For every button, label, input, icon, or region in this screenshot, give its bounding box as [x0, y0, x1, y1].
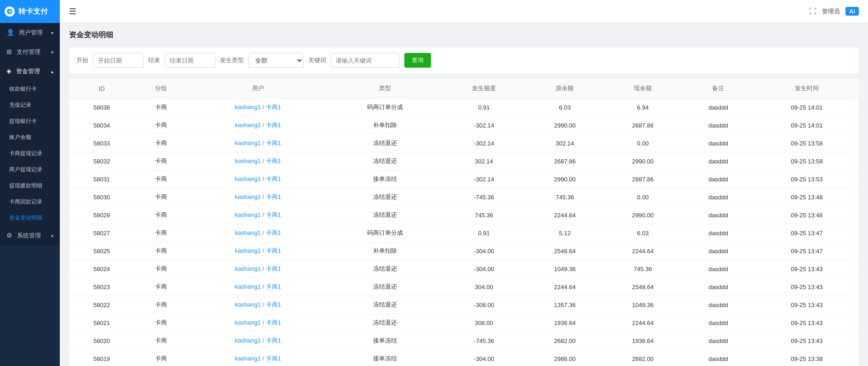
cell-user[interactable]: kashang1 / 卡商1 [188, 260, 328, 278]
cell-user[interactable]: kashang1 / 卡商1 [188, 206, 328, 224]
cell-user[interactable]: kashang1 / 卡商1 [188, 296, 328, 314]
cell-type: 冻结退还 [328, 188, 442, 206]
sidebar-item-merchant-withdraw[interactable]: 卡商提现记录 [0, 145, 60, 162]
content-area: 资金变动明细 开始 结束 发生类型 全部 码商订单分成 补单扣除 冻结退还 接单… [60, 23, 868, 366]
cell-time: 09-25 13:43 [755, 332, 859, 350]
cell-type: 冻结退还 [328, 296, 442, 314]
cell-remark: dasddd [682, 332, 755, 350]
cell-curr-balance: 2548.64 [604, 278, 682, 296]
cell-time: 09-25 13:47 [755, 242, 859, 260]
sidebar-item-recharge[interactable]: 充值记录 [0, 97, 60, 113]
sidebar-item-system-mgmt[interactable]: ⚙ 系统管理 ▾ [0, 226, 60, 245]
table-row: 58024 卡商 kashang1 / 卡商1 冻结退还 -304.00 104… [69, 260, 859, 278]
cell-orig-balance: 1936.64 [526, 314, 604, 332]
sidebar-section-payment: ⊞ 支付管理 ▾ [0, 42, 60, 62]
cell-time: 09-25 13:53 [755, 170, 859, 188]
cell-remark: dasddd [682, 152, 755, 170]
cell-time: 09-25 13:38 [755, 350, 859, 366]
sidebar-item-fund-detail[interactable]: 资金变动明细 [0, 210, 60, 226]
cell-curr-balance: 2682.00 [604, 350, 682, 366]
cell-orig-balance: 1357.36 [526, 296, 604, 314]
cell-remark: dasddd [682, 99, 755, 116]
cell-user[interactable]: kashang1 / 卡商1 [188, 152, 328, 170]
col-remark: 备注 [682, 79, 755, 99]
cell-orig-balance: 745.36 [526, 188, 604, 206]
col-orig-balance: 原余额 [526, 79, 604, 99]
cell-orig-balance: 2244.64 [526, 278, 604, 296]
table-row: 58027 卡商 kashang1 / 卡商1 码商订单分成 0.91 5.12… [69, 224, 859, 242]
ai-badge[interactable]: Ai [845, 7, 859, 16]
cell-time: 09-25 13:58 [755, 152, 859, 170]
payment-icon: ⊞ [6, 48, 12, 55]
hamburger-icon[interactable]: ☰ [69, 6, 76, 17]
cell-remark: dasddd [682, 170, 755, 188]
sidebar-item-user-mgmt[interactable]: 👤 用户管理 ▾ [0, 23, 60, 42]
cell-id: 58024 [69, 260, 134, 278]
type-label: 发生类型 [220, 56, 244, 64]
cell-type: 码商订单分成 [328, 224, 442, 242]
cell-id: 58025 [69, 242, 134, 260]
cell-orig-balance: 2990.00 [526, 170, 604, 188]
sidebar-item-fund-mgmt[interactable]: ◈ 资金管理 ▴ [0, 62, 60, 81]
sidebar-item-payment-mgmt[interactable]: ⊞ 支付管理 ▾ [0, 42, 60, 62]
cell-group: 卡商 [134, 242, 188, 260]
cell-type: 接单冻结 [328, 332, 442, 350]
cell-user[interactable]: kashang1 / 卡商1 [188, 278, 328, 296]
cell-curr-balance: 2244.64 [604, 242, 682, 260]
end-label: 结束 [148, 56, 160, 64]
cell-user[interactable]: kashang1 / 卡商1 [188, 224, 328, 242]
start-date-input[interactable] [93, 53, 144, 68]
app-logo: 卡 转卡支付 [0, 0, 60, 23]
cell-group: 卡商 [134, 116, 188, 134]
fund-icon: ◈ [6, 67, 11, 75]
table-row: 58030 卡商 kashang1 / 卡商1 冻结退还 -745.36 745… [69, 188, 859, 206]
cell-user[interactable]: kashang1 / 卡商1 [188, 170, 328, 188]
cell-remark: dasddd [682, 116, 755, 134]
cell-remark: dasddd [682, 296, 755, 314]
cell-user[interactable]: kashang1 / 卡商1 [188, 332, 328, 350]
col-time: 发生时间 [755, 79, 859, 99]
table-row: 58032 卡商 kashang1 / 卡商1 冻结退还 302.14 2687… [69, 152, 859, 170]
cell-user[interactable]: kashang1 / 卡商1 [188, 188, 328, 206]
type-select[interactable]: 全部 码商订单分成 补单扣除 冻结退还 接单冻结 [248, 53, 304, 68]
cell-user[interactable]: kashang1 / 卡商1 [188, 116, 328, 134]
keyword-label: 关键词 [308, 56, 326, 64]
cell-type: 冻结退还 [328, 260, 442, 278]
cell-type: 补单扣除 [328, 116, 442, 134]
sidebar-section-fund: ◈ 资金管理 ▴ 收款银行卡 充值记录 提现银行卡 账户余额 卡商提现记录 商户… [0, 62, 60, 226]
cell-id: 58030 [69, 188, 134, 206]
keyword-input[interactable] [331, 53, 400, 68]
cell-time: 09-25 13:43 [755, 314, 859, 332]
cell-group: 卡商 [134, 170, 188, 188]
table-row: 58034 卡商 kashang1 / 卡商1 补单扣除 -302.14 299… [69, 116, 859, 134]
search-button[interactable]: 查询 [404, 53, 431, 68]
sidebar-item-merchant-withdraw2[interactable]: 商户提现记录 [0, 162, 60, 178]
cell-curr-balance: 745.36 [604, 260, 682, 278]
cell-user[interactable]: kashang1 / 卡商1 [188, 314, 328, 332]
sidebar-item-merchant-return[interactable]: 卡商回款记录 [0, 194, 60, 210]
cell-time: 09-25 13:48 [755, 188, 859, 206]
cell-curr-balance: 1936.64 [604, 332, 682, 350]
cell-type: 接单冻结 [328, 170, 442, 188]
cell-user[interactable]: kashang1 / 卡商1 [188, 242, 328, 260]
cell-amount: 302.14 [442, 152, 526, 170]
cell-group: 卡商 [134, 99, 188, 116]
cell-time: 09-25 14:01 [755, 116, 859, 134]
end-date-input[interactable] [165, 53, 215, 68]
fullscreen-icon[interactable]: ⛶ [809, 7, 816, 16]
logo-icon: 卡 [5, 6, 15, 17]
cell-user[interactable]: kashang1 / 卡商1 [188, 134, 328, 152]
cell-time: 09-25 13:58 [755, 134, 859, 152]
cell-user[interactable]: kashang1 / 卡商1 [188, 99, 328, 116]
sidebar-item-bank-card[interactable]: 收款银行卡 [0, 81, 60, 97]
cell-user[interactable]: kashang1 / 卡商1 [188, 350, 328, 366]
cell-id: 58036 [69, 99, 134, 116]
cell-group: 卡商 [134, 260, 188, 278]
cell-amount: 745.36 [442, 206, 526, 224]
sidebar-item-balance[interactable]: 账户余额 [0, 129, 60, 145]
sidebar-item-withdraw-bank[interactable]: 提现银行卡 [0, 113, 60, 129]
sidebar-item-withdraw-detail[interactable]: 提现拨款明细 [0, 178, 60, 194]
cell-id: 58034 [69, 116, 134, 134]
col-id: ID [69, 79, 134, 99]
cell-orig-balance: 6.03 [526, 99, 604, 116]
